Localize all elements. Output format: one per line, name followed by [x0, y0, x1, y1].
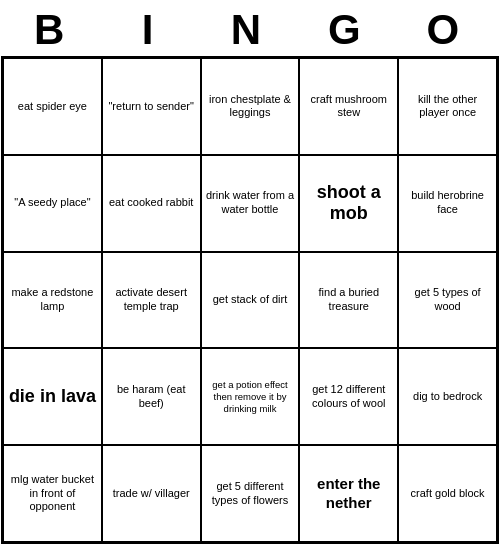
bingo-cell-4[interactable]: kill the other player once — [398, 58, 497, 155]
bingo-cell-17[interactable]: get a potion effect then remove it by dr… — [201, 348, 300, 445]
title-letter-o: O — [407, 6, 487, 54]
bingo-cell-15[interactable]: die in lava — [3, 348, 102, 445]
title-letter-i: I — [112, 6, 192, 54]
bingo-cell-8[interactable]: shoot a mob — [299, 155, 398, 252]
bingo-cell-0[interactable]: eat spider eye — [3, 58, 102, 155]
bingo-grid: eat spider eye"return to sender"iron che… — [1, 56, 499, 544]
bingo-cell-11[interactable]: activate desert temple trap — [102, 252, 201, 349]
bingo-cell-21[interactable]: trade w/ villager — [102, 445, 201, 542]
bingo-cell-24[interactable]: craft gold block — [398, 445, 497, 542]
bingo-cell-9[interactable]: build herobrine face — [398, 155, 497, 252]
bingo-cell-18[interactable]: get 12 different colours of wool — [299, 348, 398, 445]
bingo-cell-12[interactable]: get stack of dirt — [201, 252, 300, 349]
bingo-cell-2[interactable]: iron chestplate & leggings — [201, 58, 300, 155]
bingo-cell-19[interactable]: dig to bedrock — [398, 348, 497, 445]
title-letter-b: B — [13, 6, 93, 54]
bingo-title: B I N G O — [0, 0, 500, 56]
bingo-cell-16[interactable]: be haram (eat beef) — [102, 348, 201, 445]
title-letter-g: G — [308, 6, 388, 54]
title-letter-n: N — [210, 6, 290, 54]
bingo-cell-23[interactable]: enter the nether — [299, 445, 398, 542]
bingo-cell-1[interactable]: "return to sender" — [102, 58, 201, 155]
bingo-cell-13[interactable]: find a buried treasure — [299, 252, 398, 349]
bingo-cell-20[interactable]: mlg water bucket in front of opponent — [3, 445, 102, 542]
bingo-cell-6[interactable]: eat cooked rabbit — [102, 155, 201, 252]
bingo-cell-7[interactable]: drink water from a water bottle — [201, 155, 300, 252]
bingo-cell-14[interactable]: get 5 types of wood — [398, 252, 497, 349]
bingo-cell-10[interactable]: make a redstone lamp — [3, 252, 102, 349]
bingo-cell-3[interactable]: craft mushroom stew — [299, 58, 398, 155]
bingo-cell-22[interactable]: get 5 different types of flowers — [201, 445, 300, 542]
bingo-cell-5[interactable]: "A seedy place" — [3, 155, 102, 252]
